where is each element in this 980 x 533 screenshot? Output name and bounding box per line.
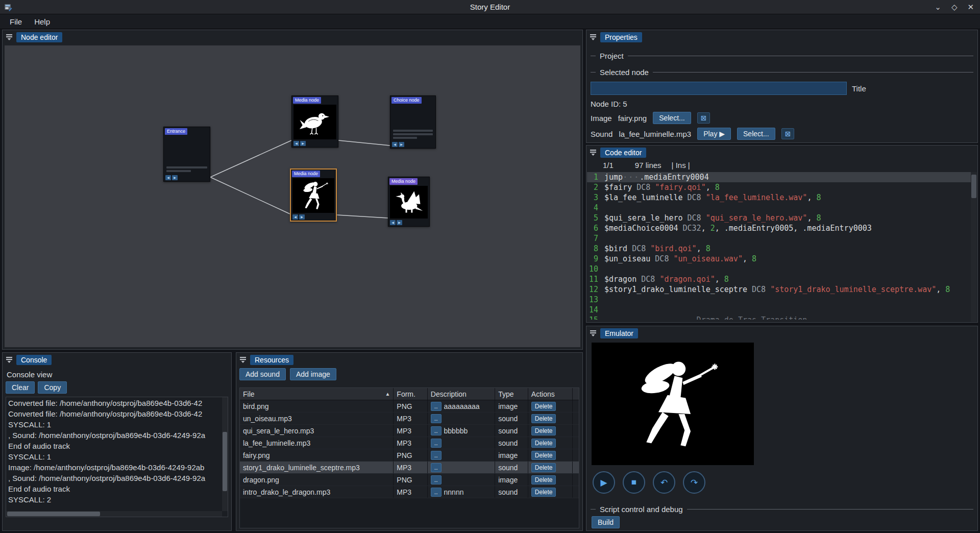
column-header-description[interactable]: Description xyxy=(428,388,495,400)
code-line[interactable]: 5$qui_sera_le_hero DC8 "qui_sera_le_hero… xyxy=(587,213,971,223)
code-scrollbar-thumb[interactable] xyxy=(971,175,976,198)
maximize-button[interactable]: ◇ xyxy=(951,3,958,12)
console-hscroll-thumb[interactable] xyxy=(7,512,100,516)
code-line[interactable]: 2$fairy DC8 "fairy.qoi", 8 xyxy=(587,182,971,192)
code-line[interactable]: 3$la_fee_luminelle DC8 "la_fee_luminelle… xyxy=(587,192,971,203)
node-media-dragon[interactable]: Media node ◀ ▶ xyxy=(388,177,430,227)
column-header-format[interactable]: Form. xyxy=(394,388,428,400)
code-line[interactable]: 9$un_oiseau DC8 "un_oiseau.wav", 8 xyxy=(587,254,971,264)
node-entrance[interactable]: Entrance ◀ ▶ xyxy=(163,127,210,182)
step-forward-icon: ↷ xyxy=(691,477,698,488)
minimize-button[interactable]: ⌄ xyxy=(935,3,941,12)
menu-help[interactable]: Help xyxy=(29,15,56,28)
play-button[interactable]: ▶ xyxy=(593,471,615,494)
node-prev-icon[interactable]: ◀ xyxy=(390,220,396,225)
code-editor-header: Code editor xyxy=(586,146,977,159)
code-line[interactable]: 7 xyxy=(587,233,971,244)
code-line[interactable]: 12$story1_drako_luminelle_sceptre DC8 "s… xyxy=(587,284,971,295)
table-row[interactable]: story1_drako_luminelle_sceptre.mp3MP3..s… xyxy=(240,462,579,474)
edit-description-button[interactable]: .. xyxy=(431,402,442,411)
code-line[interactable]: 6$mediaChoice0004 DC32, 2, .mediaEntry00… xyxy=(587,223,971,233)
column-header-actions[interactable]: Actions xyxy=(528,388,573,400)
select-sound-button[interactable]: Select... xyxy=(737,128,775,140)
delete-button[interactable]: Delete xyxy=(531,439,556,448)
node-next-icon[interactable]: ▶ xyxy=(299,214,305,220)
node-canvas[interactable]: Entrance ◀ ▶ Media node ◀ ▶ Choice node … xyxy=(5,45,580,347)
console-hscrollbar[interactable] xyxy=(6,511,222,517)
console-vscrollbar[interactable] xyxy=(222,397,228,511)
clear-image-button[interactable]: ⊠ xyxy=(697,112,710,124)
console-output[interactable]: Converted file: /home/anthony/ostproj/ba… xyxy=(6,397,228,517)
clear-sound-button[interactable]: ⊠ xyxy=(781,128,795,139)
code-line[interactable]: 14 xyxy=(587,305,971,315)
node-media-bird[interactable]: Media node ◀ ▶ xyxy=(291,95,338,148)
build-button[interactable]: Build xyxy=(592,516,620,528)
delete-button[interactable]: Delete xyxy=(531,426,556,435)
node-prev-icon[interactable]: ◀ xyxy=(293,141,299,146)
code-editor-title[interactable]: Code editor xyxy=(600,148,646,158)
table-row[interactable]: dragon.pngPNG..imageDelete xyxy=(240,474,579,486)
node-next-icon[interactable]: ▶ xyxy=(397,220,402,225)
node-prev-icon[interactable]: ◀ xyxy=(292,214,298,220)
node-choice[interactable]: Choice node ◀ ▶ xyxy=(390,95,436,149)
node-next-icon[interactable]: ▶ xyxy=(399,142,404,147)
close-button[interactable]: ✕ xyxy=(967,3,974,12)
copy-console-button[interactable]: Copy xyxy=(38,381,67,394)
table-row[interactable]: la_fee_luminelle.mp3MP3..soundDelete xyxy=(240,437,579,449)
console-title[interactable]: Console xyxy=(16,355,52,365)
column-header-type[interactable]: Type xyxy=(495,388,528,400)
table-row[interactable]: bird.pngPNG..aaaaaaaaaimageDelete xyxy=(240,400,579,413)
node-next-icon[interactable]: ▶ xyxy=(172,175,178,180)
resources-title[interactable]: Resources xyxy=(250,355,293,365)
delete-button[interactable]: Delete xyxy=(531,463,556,472)
code-line[interactable]: 1jump···.mediaEntry0004 xyxy=(587,172,971,182)
menu-file[interactable]: File xyxy=(4,15,28,28)
console-line: End of audio track xyxy=(8,441,226,451)
edit-description-button[interactable]: .. xyxy=(431,439,442,448)
node-next-icon[interactable]: ▶ xyxy=(300,141,306,146)
edit-description-button[interactable]: .. xyxy=(431,414,442,423)
code-line[interactable]: 8$bird DC8 "bird.qoi", 8 xyxy=(587,244,971,254)
code-line[interactable]: 4 xyxy=(587,203,971,213)
properties-title[interactable]: Properties xyxy=(600,32,642,42)
table-row[interactable]: intro_drako_le_dragon.mp3MP3..nnnnnsound… xyxy=(240,486,579,498)
delete-button[interactable]: Delete xyxy=(531,488,556,497)
clear-console-button[interactable]: Clear xyxy=(6,381,35,394)
sound-row-label: Sound xyxy=(591,130,612,138)
node-media-fairy[interactable]: Media node ◀ ▶ xyxy=(290,168,337,222)
table-row[interactable]: fairy.pngPNG..imageDelete xyxy=(240,449,579,462)
edit-description-button[interactable]: .. xyxy=(431,463,442,472)
code-line[interactable]: 13 xyxy=(587,295,971,305)
code-line[interactable]: 10 xyxy=(587,264,971,274)
node-prev-icon[interactable]: ◀ xyxy=(392,142,398,147)
table-row[interactable]: un_oiseau.mp3MP3..soundDelete xyxy=(240,413,579,425)
code-line[interactable]: 11$dragon DC8 "dragon.qoi", 8 xyxy=(587,274,971,284)
delete-button[interactable]: Delete xyxy=(531,451,556,460)
edit-description-button[interactable]: .. xyxy=(431,451,442,460)
select-image-button[interactable]: Select... xyxy=(653,112,691,124)
table-row[interactable]: qui_sera_le_hero.mp3MP3..bbbbbbsoundDele… xyxy=(240,425,579,437)
column-header-file[interactable]: File ▲ xyxy=(240,388,394,400)
edit-description-button[interactable]: .. xyxy=(431,488,442,497)
node-prev-icon[interactable]: ◀ xyxy=(165,175,171,180)
node-title-input[interactable] xyxy=(591,82,847,95)
code-line[interactable]: 15 ------- Drama de Tras Transition ----… xyxy=(587,315,971,320)
delete-button[interactable]: Delete xyxy=(531,475,556,484)
emulator-title[interactable]: Emulator xyxy=(600,328,638,338)
code-lines[interactable]: 1jump···.mediaEntry00042$fairy DC8 "fair… xyxy=(587,172,971,322)
stop-button[interactable]: ■ xyxy=(623,471,645,494)
code-scrollbar[interactable] xyxy=(971,172,977,322)
step-forward-button[interactable]: ↷ xyxy=(683,471,705,494)
play-sound-button[interactable]: Play ▶ xyxy=(697,128,731,140)
delete-button[interactable]: Delete xyxy=(531,414,556,423)
description-cell: .. xyxy=(428,462,495,473)
add-image-button[interactable]: Add image xyxy=(290,368,336,380)
node-editor-title[interactable]: Node editor xyxy=(16,32,62,42)
delete-button[interactable]: Delete xyxy=(531,402,556,411)
actions-cell: Delete xyxy=(528,437,573,449)
edit-description-button[interactable]: .. xyxy=(431,426,442,435)
add-sound-button[interactable]: Add sound xyxy=(239,368,286,380)
console-vscroll-thumb[interactable] xyxy=(223,432,227,491)
edit-description-button[interactable]: .. xyxy=(431,475,442,484)
step-back-button[interactable]: ↶ xyxy=(653,471,675,494)
